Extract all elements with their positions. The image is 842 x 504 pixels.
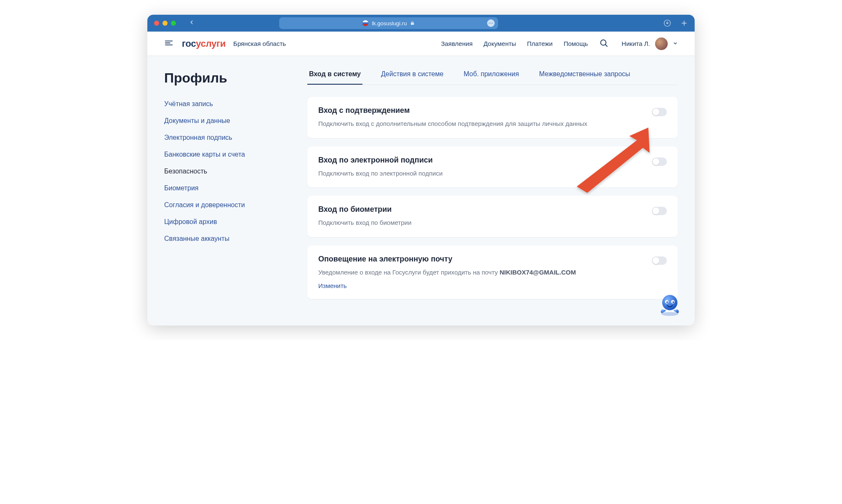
card-desc: Подключить вход с дополнительным способо… (318, 119, 642, 129)
address-bar-host: lk.gosuslugi.ru (372, 20, 407, 27)
svg-point-11 (666, 301, 668, 303)
minimize-window-icon[interactable] (163, 21, 168, 26)
card-email-notify: Оповещение на электронную почту Уведомле… (307, 245, 678, 299)
change-email-link[interactable]: Изменить (318, 282, 347, 289)
sidebar-item-esign[interactable]: Электронная подпись (164, 134, 269, 141)
toggle-login-esign[interactable] (652, 157, 667, 166)
chat-bot-icon[interactable] (658, 293, 682, 317)
close-window-icon[interactable] (154, 21, 159, 26)
lock-icon (410, 21, 415, 26)
address-more-icon[interactable]: ⋯ (487, 19, 495, 27)
avatar (655, 37, 668, 50)
logo-part-blue: гос (182, 38, 196, 49)
address-bar[interactable]: lk.gosuslugi.ru ⋯ (279, 17, 498, 29)
card-desc: Подключить вход по биометрии (318, 218, 642, 228)
header-nav: Заявления Документы Платежи Помощь Никит… (441, 37, 678, 50)
site-logo[interactable]: госуслуги (182, 38, 226, 49)
card-title: Вход по биометрии (318, 205, 642, 214)
card-desc: Уведомление о входе на Госуслуги будет п… (318, 268, 642, 277)
nav-documents[interactable]: Документы (484, 40, 516, 47)
card-login-confirm: Вход с подтверждением Подключить вход с … (307, 97, 678, 138)
user-name: Никита Л. (622, 40, 650, 47)
nav-help[interactable]: Помощь (564, 40, 588, 47)
site-header: госуслуги Брянская область Заявления Док… (147, 32, 695, 56)
svg-line-5 (605, 45, 607, 46)
browser-chrome: lk.gosuslugi.ru ⋯ (147, 15, 695, 32)
card-login-esign: Вход по электронной подписи Подключить в… (307, 147, 678, 188)
card-title: Оповещение на электронную почту (318, 255, 642, 264)
email-address: NIKIBOX74@GMAIL.COM (500, 269, 576, 276)
browser-window: lk.gosuslugi.ru ⋯ госуслуги Брянская обл… (147, 15, 695, 325)
main-content: Вход в систему Действия в системе Моб. п… (307, 70, 678, 325)
sidebar-item-documents[interactable]: Документы и данные (164, 117, 269, 125)
user-menu[interactable]: Никита Л. (622, 37, 678, 50)
toggle-login-biometry[interactable] (652, 207, 667, 215)
page-title: Профиль (164, 70, 269, 86)
toggle-login-confirm[interactable] (652, 108, 667, 116)
back-button[interactable] (189, 19, 195, 27)
region-selector[interactable]: Брянская область (233, 40, 286, 47)
sidebar-item-biometry[interactable]: Биометрия (164, 184, 269, 192)
nav-applications[interactable]: Заявления (441, 40, 472, 47)
chevron-down-icon (673, 40, 678, 47)
toggle-email-notify[interactable] (652, 256, 667, 265)
tab-mobile[interactable]: Моб. приложения (462, 70, 520, 85)
sidebar-item-archive[interactable]: Цифровой архив (164, 218, 269, 226)
card-title: Вход по электронной подписи (318, 156, 642, 165)
svg-point-12 (672, 301, 674, 303)
sidebar-item-bank[interactable]: Банковские карты и счета (164, 151, 269, 158)
card-title: Вход с подтверждением (318, 106, 642, 115)
window-controls[interactable] (154, 21, 176, 26)
sidebar-item-account[interactable]: Учётная запись (164, 100, 269, 108)
svg-point-7 (661, 312, 678, 316)
tab-activity[interactable]: Действия в системе (379, 70, 445, 85)
card-login-biometry: Вход по биометрии Подключить вход по био… (307, 196, 678, 237)
sidebar-item-security[interactable]: Безопасность (164, 168, 269, 175)
tab-login[interactable]: Вход в систему (307, 70, 362, 85)
card-desc: Подключить вход по электронной подписи (318, 169, 642, 179)
sidebar-item-linked[interactable]: Связанные аккаунты (164, 235, 269, 243)
maximize-window-icon[interactable] (171, 21, 176, 26)
tabs: Вход в систему Действия в системе Моб. п… (307, 70, 678, 85)
hamburger-menu-icon[interactable] (164, 38, 173, 49)
email-desc-prefix: Уведомление о входе на Госуслуги будет п… (318, 269, 500, 276)
sidebar: Профиль Учётная запись Документы и данны… (164, 70, 269, 325)
svg-point-8 (662, 295, 677, 310)
nav-payments[interactable]: Платежи (527, 40, 553, 47)
sidebar-item-consents[interactable]: Согласия и доверенности (164, 201, 269, 209)
logo-part-red: услуги (196, 38, 226, 49)
page-body: Профиль Учётная запись Документы и данны… (147, 56, 695, 325)
site-favicon-flag-icon (362, 20, 368, 26)
tab-interagency[interactable]: Межведомственные запросы (538, 70, 632, 85)
sidebar-nav: Учётная запись Документы и данные Электр… (164, 100, 269, 243)
new-tab-icon[interactable] (680, 19, 688, 27)
search-icon[interactable] (599, 38, 608, 49)
download-icon[interactable] (663, 19, 671, 27)
